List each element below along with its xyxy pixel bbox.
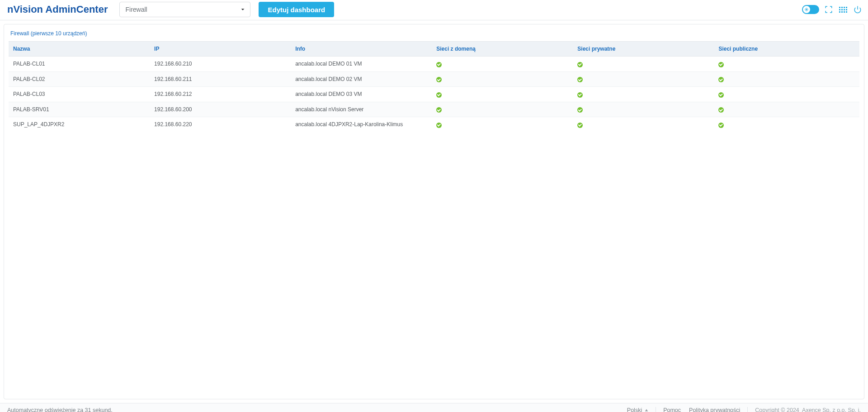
cell-info: ancalab.local DEMO 03 VM xyxy=(291,87,432,102)
svg-marker-5 xyxy=(645,409,648,412)
dashboard-select[interactable]: Firewall xyxy=(119,2,250,17)
cell-domain xyxy=(432,87,573,102)
cell-domain xyxy=(432,57,573,72)
cell-domain xyxy=(432,102,573,117)
cell-public xyxy=(714,102,859,117)
app-logo: nVision AdminCenter xyxy=(7,4,108,15)
cell-public xyxy=(714,117,859,132)
firewall-panel: Firewall (pierwsze 10 urządzeń) Nazwa IP… xyxy=(4,24,864,399)
auto-refresh-toggle[interactable] xyxy=(802,5,819,14)
cell-info: ancalab.local DEMO 02 VM xyxy=(291,71,432,87)
cell-private xyxy=(573,57,714,72)
help-link[interactable]: Pomoc xyxy=(663,407,681,412)
chevron-down-icon xyxy=(240,7,245,12)
cell-private xyxy=(573,71,714,87)
status-ok-icon xyxy=(436,92,442,98)
footer: Automatyczne odświeżenie za 31 sekund. P… xyxy=(0,403,868,412)
language-selector[interactable]: Polski xyxy=(627,407,656,412)
cell-public xyxy=(714,57,859,72)
table-row[interactable]: SUP_LAP_4DJPXR2192.168.60.220ancalab.loc… xyxy=(9,117,859,132)
cell-private xyxy=(573,102,714,117)
cell-name: PALAB-CL03 xyxy=(9,87,150,102)
status-ok-icon xyxy=(577,123,583,128)
status-ok-icon xyxy=(718,107,724,113)
status-ok-icon xyxy=(718,77,724,82)
cell-private xyxy=(573,117,714,132)
language-label: Polski xyxy=(627,407,642,412)
table-row[interactable]: PALAB-CL03192.168.60.212ancalab.local DE… xyxy=(9,87,859,102)
status-ok-icon xyxy=(577,77,583,82)
caret-up-icon xyxy=(645,408,648,412)
panel-title: Firewall (pierwsze 10 urządzeń) xyxy=(4,24,864,41)
status-ok-icon xyxy=(718,92,724,98)
cell-ip: 192.168.60.210 xyxy=(150,57,291,72)
cell-info: ancalab.local nVision Server xyxy=(291,102,432,117)
cell-name: PALAB-CL01 xyxy=(9,57,150,72)
status-ok-icon xyxy=(577,62,583,67)
edit-dashboard-button[interactable]: Edytuj dashboard xyxy=(259,2,334,17)
snowflake-icon xyxy=(803,6,810,13)
status-ok-icon xyxy=(436,77,442,82)
status-ok-icon xyxy=(577,107,583,113)
table-row[interactable]: PALAB-CL01192.168.60.210ancalab.local DE… xyxy=(9,57,859,72)
col-header-private[interactable]: Sieci prywatne xyxy=(573,42,714,57)
apps-grid-button[interactable] xyxy=(838,5,848,14)
dashboard-select-value: Firewall xyxy=(125,6,147,13)
cell-domain xyxy=(432,71,573,87)
cell-private xyxy=(573,87,714,102)
status-ok-icon xyxy=(718,123,724,128)
status-ok-icon xyxy=(718,62,724,67)
cell-name: SUP_LAP_4DJPXR2 xyxy=(9,117,150,132)
privacy-link[interactable]: Polityka prywatności xyxy=(689,407,740,412)
cell-name: PALAB-SRV01 xyxy=(9,102,150,117)
cell-info: ancalab.local DEMO 01 VM xyxy=(291,57,432,72)
copyright: Copyright © 2024 Axence Sp. z o.o. Sp. j… xyxy=(755,407,861,412)
col-header-name[interactable]: Nazwa xyxy=(9,42,150,57)
cell-name: PALAB-CL02 xyxy=(9,71,150,87)
cell-public xyxy=(714,71,859,87)
status-ok-icon xyxy=(577,92,583,98)
cell-public xyxy=(714,87,859,102)
table-header-row: Nazwa IP Info Sieci z domeną Sieci prywa… xyxy=(9,42,859,57)
topbar-actions xyxy=(802,5,863,14)
topbar: nVision AdminCenter Firewall Edytuj dash… xyxy=(0,0,868,20)
panel-title-link[interactable]: Firewall (pierwsze 10 urządzeń) xyxy=(10,30,87,37)
fullscreen-button[interactable] xyxy=(824,5,834,14)
cell-ip: 192.168.60.200 xyxy=(150,102,291,117)
content: Firewall (pierwsze 10 urządzeń) Nazwa IP… xyxy=(0,20,868,403)
cell-ip: 192.168.60.212 xyxy=(150,87,291,102)
col-header-info[interactable]: Info xyxy=(291,42,432,57)
table-row[interactable]: PALAB-CL02192.168.60.211ancalab.local DE… xyxy=(9,71,859,87)
col-header-ip[interactable]: IP xyxy=(150,42,291,57)
col-header-public[interactable]: Sieci publiczne xyxy=(714,42,859,57)
cell-domain xyxy=(432,117,573,132)
status-ok-icon xyxy=(436,123,442,128)
auto-refresh-status: Automatyczne odświeżenie za 31 sekund. xyxy=(7,407,113,412)
firewall-table: Nazwa IP Info Sieci z domeną Sieci prywa… xyxy=(9,41,859,132)
status-ok-icon xyxy=(436,107,442,113)
cell-ip: 192.168.60.220 xyxy=(150,117,291,132)
status-ok-icon xyxy=(436,62,442,67)
footer-links: Pomoc Polityka prywatności xyxy=(663,407,748,412)
table-row[interactable]: PALAB-SRV01192.168.60.200ancalab.local n… xyxy=(9,102,859,117)
cell-ip: 192.168.60.211 xyxy=(150,71,291,87)
col-header-domain[interactable]: Sieci z domeną xyxy=(432,42,573,57)
power-button[interactable] xyxy=(853,5,863,14)
grid-icon xyxy=(839,7,847,13)
cell-info: ancalab.local 4DJPXR2-Lap-Karolina-Klimu… xyxy=(291,117,432,132)
